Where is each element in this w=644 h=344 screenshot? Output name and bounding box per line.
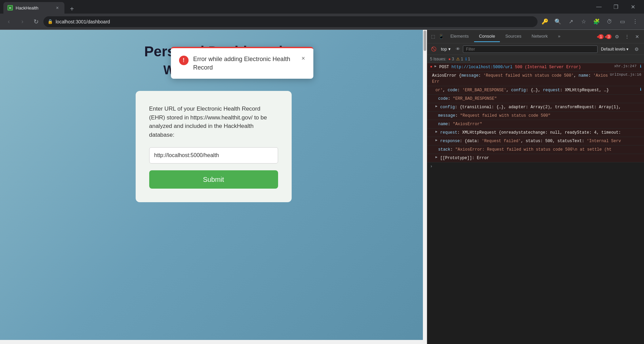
minimize-button[interactable]: — xyxy=(591,0,607,14)
info-badge: ℹ xyxy=(640,87,641,92)
devtools-toolbar: ⬚ 📱 Elements Console Sources Network » ●… xyxy=(427,30,644,43)
sidebar-icon[interactable]: ▭ xyxy=(616,16,628,28)
devtools-device-icon[interactable]: 📱 xyxy=(437,33,445,40)
vertical-scrollbar[interactable] xyxy=(423,30,427,344)
prompt-chevron: › xyxy=(430,164,433,169)
maximize-button[interactable]: ❐ xyxy=(608,0,624,14)
issues-bar: 5 Issues: ● 3 ⚠ 1 ℹ 1 xyxy=(427,55,644,63)
issues-warnings-badge: ⚠ 1 xyxy=(456,57,463,61)
tab-sources[interactable]: Sources xyxy=(501,31,526,42)
issues-label: 5 Issues: xyxy=(430,57,446,61)
console-text-2: AxiosError {message: 'Request failed wit… xyxy=(432,73,608,85)
console-prop-config: ▶ config: {transitional: {…}, adapter: A… xyxy=(427,103,644,112)
horizontal-scrollbar[interactable] xyxy=(0,340,423,344)
devtools-more-icon[interactable]: ⋮ xyxy=(622,32,632,41)
console-text-code: code: "ERR_BAD_RESPONSE" xyxy=(438,96,641,102)
console-prop-name: name: "AxiosError" xyxy=(427,120,644,129)
submit-button[interactable]: Submit xyxy=(149,170,278,189)
console-link-2[interactable]: UrlInput.js:16 xyxy=(610,73,641,77)
console-line-2: AxiosError {message: 'Request failed wit… xyxy=(427,72,644,86)
error-close-button[interactable]: × xyxy=(301,55,305,62)
scrollbar-thumb[interactable] xyxy=(424,31,426,51)
key-icon[interactable]: 🔑 xyxy=(539,16,551,28)
devtools-settings-icon[interactable]: ⚙ xyxy=(612,32,622,41)
extensions-icon[interactable]: 🧩 xyxy=(590,16,603,28)
svg-text:H: H xyxy=(9,6,11,9)
expand-arrow-1[interactable]: ▶ xyxy=(434,64,436,68)
console-sub-toolbar: 🚫 top ▾ 👁 Default levels ▾ ⚙ xyxy=(427,43,644,55)
tab-elements[interactable]: Elements xyxy=(446,31,473,42)
tab-more[interactable]: » xyxy=(553,31,565,42)
bookmark-icon[interactable]: ☆ xyxy=(578,16,590,28)
console-line-cont: or', code: 'ERR_BAD_RESPONSE', config: {… xyxy=(427,86,644,95)
console-text-name: name: "AxiosError" xyxy=(438,121,641,127)
forward-button[interactable]: › xyxy=(16,16,28,28)
tab-network[interactable]: Network xyxy=(527,31,553,42)
toolbar-icons: 🔑 🔍 ↗ ☆ 🧩 ⏱ ▭ ⋮ xyxy=(539,16,641,28)
zoom-icon[interactable]: 🔍 xyxy=(552,16,564,28)
console-prop-response: ▶ response: {data: 'Request failed', sta… xyxy=(427,137,644,146)
level-selector[interactable]: Default levels ▾ xyxy=(599,46,630,52)
tab-close-button[interactable]: × xyxy=(54,5,60,11)
close-window-button[interactable]: ✕ xyxy=(625,0,641,14)
web-content: ! Error while adding Electronic Health R… xyxy=(0,30,427,344)
context-arrow: ▾ xyxy=(448,46,451,52)
menu-icon[interactable]: ⋮ xyxy=(629,16,641,28)
tab-console[interactable]: Console xyxy=(474,31,500,42)
console-clear-icon[interactable]: 🚫 xyxy=(430,45,437,53)
console-settings-icon[interactable]: ⚙ xyxy=(632,44,641,54)
ehr-description: Enter URL of your Electronic Health Reco… xyxy=(149,104,278,139)
title-bar: H HackHealth × + — ❐ ✕ xyxy=(0,0,644,14)
console-filter-input[interactable] xyxy=(463,45,598,53)
console-text-response: response: {data: 'Request failed', statu… xyxy=(440,138,641,144)
expand-config[interactable]: ▶ xyxy=(435,104,437,108)
active-tab[interactable]: H HackHealth × xyxy=(3,2,64,14)
console-link-1[interactable]: xhr.js:247 xyxy=(614,64,637,68)
expand-request[interactable]: ▶ xyxy=(435,130,437,134)
back-button[interactable]: ‹ xyxy=(3,16,15,28)
error-circle-icon: ● xyxy=(430,64,432,69)
error-icon: ! xyxy=(179,56,189,65)
window-controls: — ❐ ✕ xyxy=(591,0,641,14)
main-layout: ! Error while adding Electronic Health R… xyxy=(0,30,644,344)
share-icon[interactable]: ↗ xyxy=(565,16,577,28)
level-label: Default levels xyxy=(601,47,625,52)
console-text-1: POST http://localhost:5000/url 500 (Inte… xyxy=(439,64,612,70)
console-text-message: message: "Request failed with status cod… xyxy=(438,113,641,119)
issues-info-badge: ℹ 1 xyxy=(465,57,470,61)
error-badge-1: 1 xyxy=(598,34,604,39)
console-text-config: config: {transitional: {…}, adapter: Arr… xyxy=(440,104,641,110)
console-line-1: ● ▶ POST http://localhost:5000/url 500 (… xyxy=(427,63,644,72)
level-arrow: ▾ xyxy=(626,47,628,52)
tab-favicon: H xyxy=(7,5,13,11)
devtools-inspect-icon[interactable]: ⬚ xyxy=(429,33,437,40)
lock-icon: 🔒 xyxy=(47,19,53,24)
context-selector[interactable]: top ▾ xyxy=(439,46,453,52)
tab-area: H HackHealth × + xyxy=(3,0,77,14)
console-prop-stack: stack: "AxiosError: Request failed with … xyxy=(427,146,644,154)
console-text-prototype: [[Prototype]]: Error xyxy=(440,155,641,161)
issues-errors-badge: ● 3 xyxy=(448,57,454,61)
expand-response[interactable]: ▶ xyxy=(435,138,437,142)
console-prop-prototype: ▶ [[Prototype]]: Error xyxy=(427,154,644,163)
expand-prototype[interactable]: ▶ xyxy=(435,155,437,159)
address-text: localhost:3001/dashboard xyxy=(56,19,533,24)
context-label: top xyxy=(441,46,447,52)
console-text-stack: stack: "AxiosError: Request failed with … xyxy=(438,147,641,153)
ehr-card: Enter URL of your Electronic Health Reco… xyxy=(136,91,292,202)
browser-toolbar: ‹ › ↻ 🔒 localhost:3001/dashboard 🔑 🔍 ↗ ☆… xyxy=(0,14,644,30)
devtools-panel: ⬚ 📱 Elements Console Sources Network » ●… xyxy=(427,30,644,344)
address-bar[interactable]: 🔒 localhost:3001/dashboard xyxy=(43,16,538,27)
new-tab-button[interactable]: + xyxy=(67,4,77,14)
ehr-url-input[interactable] xyxy=(149,147,278,164)
devtools-close-icon[interactable]: ✕ xyxy=(632,32,642,41)
error-message: Error while adding Electronic Health Rec… xyxy=(193,55,297,72)
console-text-request: request: XMLHttpRequest {onreadystatecha… xyxy=(440,130,641,136)
console-content: ● ▶ POST http://localhost:5000/url 500 (… xyxy=(427,63,644,344)
console-eye-icon[interactable]: 👁 xyxy=(454,45,462,53)
console-prop-request: ▶ request: XMLHttpRequest {onreadystatec… xyxy=(427,129,644,137)
refresh-button[interactable]: ↻ xyxy=(30,16,42,28)
profile-icon[interactable]: ⏱ xyxy=(603,16,616,28)
error-badge-2: 3 xyxy=(606,34,611,39)
console-prop-message: message: "Request failed with status cod… xyxy=(427,112,644,120)
